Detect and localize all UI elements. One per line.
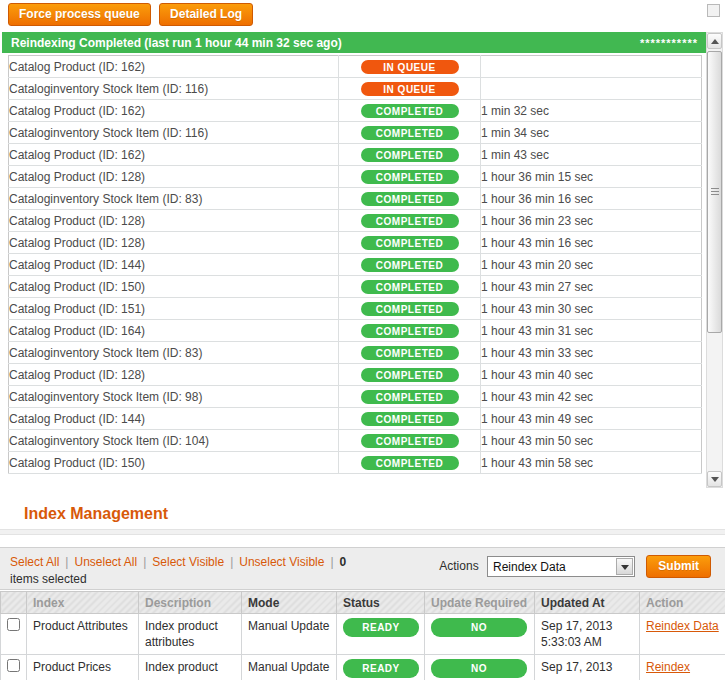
header-checkbox-cell — [1, 592, 27, 614]
process-name: Cataloginventory Stock Item (ID: 116) — [9, 122, 339, 144]
scroll-up-button[interactable] — [707, 33, 722, 49]
process-name: Catalog Product (ID: 150) — [9, 452, 339, 474]
log-row: Catalog Product (ID: 128) COMPLETED 1 ho… — [9, 166, 702, 188]
process-name: Catalog Product (ID: 162) — [9, 100, 339, 122]
status-cell: COMPLETED — [339, 364, 481, 386]
row-checkbox-cell — [1, 655, 27, 680]
reindex-data-link[interactable]: Reindex Data — [646, 619, 719, 633]
log-status-header: *********** Reindexing Completed (last r… — [2, 32, 706, 53]
status-cell: COMPLETED — [339, 342, 481, 364]
process-name: Catalog Product (ID: 151) — [9, 298, 339, 320]
status-badge: COMPLETED — [361, 368, 459, 382]
ready-badge: READY — [343, 618, 419, 637]
link-separator: | — [330, 555, 333, 569]
index-grid: Index Description Mode Status Update Req… — [0, 591, 725, 680]
update-required-cell: NO — [425, 655, 535, 680]
column-header-index[interactable]: Index — [27, 592, 139, 614]
duration-ago: 1 min 43 sec — [481, 144, 702, 166]
log-row: Catalog Product (ID: 144) COMPLETED 1 ho… — [9, 408, 702, 430]
log-row: Cataloginventory Stock Item (ID: 116) IN… — [9, 78, 702, 100]
duration-ago: 1 hour 43 min 33 sec — [481, 342, 702, 364]
process-name: Cataloginventory Stock Item (ID: 83) — [9, 188, 339, 210]
status-badge: COMPLETED — [361, 412, 459, 426]
reindex-data-link[interactable]: Reindex — [646, 660, 690, 674]
status-badge: COMPLETED — [361, 324, 459, 338]
status-cell: IN QUEUE — [339, 56, 481, 78]
log-row: Cataloginventory Stock Item (ID: 83) COM… — [9, 188, 702, 210]
status-cell: COMPLETED — [339, 166, 481, 188]
log-row: Catalog Product (ID: 128) COMPLETED 1 ho… — [9, 210, 702, 232]
select-all-link[interactable]: Select All — [10, 555, 59, 569]
status-cell: COMPLETED — [339, 232, 481, 254]
log-table-wrap: Catalog Product (ID: 162) IN QUEUE Catal… — [8, 55, 702, 490]
status-cell: COMPLETED — [339, 254, 481, 276]
duration-ago: 1 hour 43 min 27 sec — [481, 276, 702, 298]
log-header-text: Reindexing Completed (last run 1 hour 44… — [11, 36, 342, 50]
duration-ago: 1 hour 43 min 49 sec — [481, 408, 702, 430]
unselect-all-link[interactable]: Unselect All — [74, 555, 137, 569]
status-badge: IN QUEUE — [361, 60, 459, 74]
process-name: Catalog Product (ID: 162) — [9, 144, 339, 166]
ready-badge: READY — [343, 659, 419, 678]
status-badge: COMPLETED — [361, 434, 459, 448]
column-header-mode[interactable]: Mode — [242, 592, 337, 614]
duration-ago: 1 hour 43 min 30 sec — [481, 298, 702, 320]
index-mode: Manual Update — [242, 614, 337, 655]
update-required-badge: NO — [431, 618, 527, 637]
process-name: Catalog Product (ID: 128) — [9, 166, 339, 188]
unselect-visible-link[interactable]: Unselect Visible — [239, 555, 324, 569]
force-process-queue-button[interactable]: Force process queue — [8, 3, 151, 26]
row-checkbox[interactable] — [7, 618, 20, 631]
updated-at: Sep 17, 2013 5:33:03 AM — [535, 614, 640, 655]
page-title: Index Management — [24, 505, 168, 523]
actions-select[interactable]: Reindex Data — [487, 556, 635, 577]
duration-ago: 1 min 32 sec — [481, 100, 702, 122]
status-badge: COMPLETED — [361, 302, 459, 316]
log-scrollbar[interactable] — [706, 32, 723, 488]
process-name: Catalog Product (ID: 164) — [9, 320, 339, 342]
status-cell: COMPLETED — [339, 122, 481, 144]
grid-header-row: Index Description Mode Status Update Req… — [1, 592, 725, 614]
arrow-up-icon — [711, 39, 719, 44]
scrollbar-grip-icon — [711, 188, 719, 196]
select-visible-link[interactable]: Select Visible — [152, 555, 224, 569]
column-header-updated-at[interactable]: Updated At — [535, 592, 640, 614]
index-description: Index product attributes — [139, 614, 242, 655]
scroll-down-button[interactable] — [707, 471, 722, 487]
duration-ago: 1 hour 36 min 15 sec — [481, 166, 702, 188]
submit-button[interactable]: Submit — [646, 555, 711, 578]
status-cell: COMPLETED — [339, 210, 481, 232]
status-cell: COMPLETED — [339, 430, 481, 452]
log-header-stars: *********** — [640, 37, 698, 49]
scrollbar-thumb[interactable] — [707, 51, 722, 333]
status-badge: IN QUEUE — [361, 82, 459, 96]
status-badge: COMPLETED — [361, 126, 459, 140]
top-button-bar: Force process queue Detailed Log — [8, 3, 258, 26]
duration-ago: 1 hour 43 min 50 sec — [481, 430, 702, 452]
log-row: Cataloginventory Stock Item (ID: 116) CO… — [9, 122, 702, 144]
index-management-page: Force process queue Detailed Log *******… — [0, 0, 725, 680]
process-name: Catalog Product (ID: 162) — [9, 56, 339, 78]
updated-at: Sep 17, 2013 — [535, 655, 640, 680]
index-mode: Manual Update — [242, 655, 337, 680]
dropdown-button[interactable] — [616, 558, 633, 575]
process-name: Cataloginventory Stock Item (ID: 83) — [9, 342, 339, 364]
column-header-description[interactable]: Description — [139, 592, 242, 614]
column-header-action: Action — [640, 592, 725, 614]
status-badge: COMPLETED — [361, 148, 459, 162]
log-row: Catalog Product (ID: 162) COMPLETED 1 mi… — [9, 100, 702, 122]
log-row: Catalog Product (ID: 128) COMPLETED 1 ho… — [9, 364, 702, 386]
selected-count-label: items selected — [10, 571, 440, 588]
process-name: Cataloginventory Stock Item (ID: 116) — [9, 78, 339, 100]
duration-ago: 1 hour 43 min 20 sec — [481, 254, 702, 276]
link-separator: | — [143, 555, 146, 569]
row-checkbox[interactable] — [7, 659, 20, 672]
process-name: Cataloginventory Stock Item (ID: 104) — [9, 430, 339, 452]
detailed-log-button[interactable]: Detailed Log — [159, 3, 253, 26]
chevron-down-icon — [621, 565, 629, 570]
column-header-update-required[interactable]: Update Required — [425, 592, 535, 614]
link-separator: | — [230, 555, 233, 569]
log-row: Catalog Product (ID: 150) COMPLETED 1 ho… — [9, 276, 702, 298]
status-badge: COMPLETED — [361, 258, 459, 272]
column-header-status[interactable]: Status — [337, 592, 425, 614]
